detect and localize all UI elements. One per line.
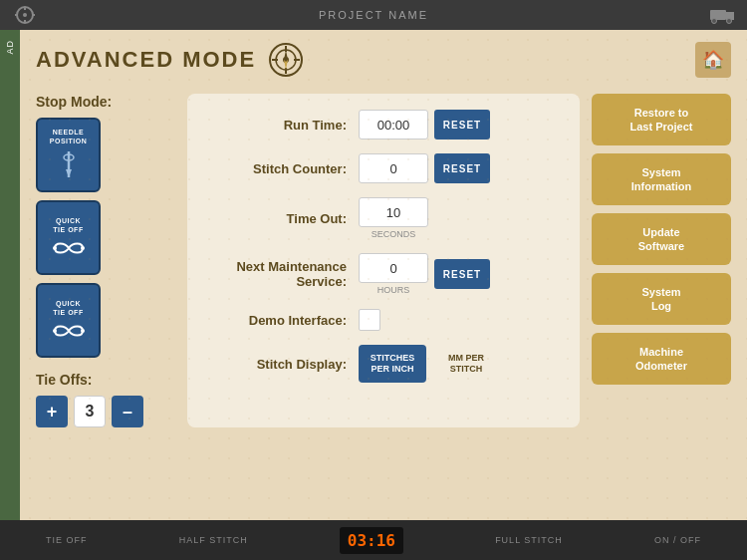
maintenance-reset-button[interactable]: RESET (434, 259, 490, 289)
time-out-label: Time Out: (207, 211, 347, 226)
quick-tie-off-1-label: QUICKTIE OFF (53, 217, 83, 234)
stitch-display-label: Stitch Display: (207, 357, 347, 372)
stitches-per-inch-option[interactable]: STITCHESPER INCH (359, 345, 426, 383)
mm-per-stitch-option[interactable]: MM PERSTITCH (432, 345, 500, 383)
bottom-tie-off[interactable]: TIE OFF (46, 535, 88, 545)
content-row: Stop Mode: NEEDLEPOSITION QUICKTIE OFF (36, 94, 731, 427)
stop-mode-label: Stop Mode: (36, 94, 175, 110)
top-bar: PROJECT NAME (0, 0, 747, 30)
time-out-wrap: SECONDS (359, 197, 428, 239)
needle-position-button[interactable]: NEEDLEPOSITION (36, 118, 101, 192)
maintenance-wrap: HOURS (359, 253, 428, 295)
left-column: Stop Mode: NEEDLEPOSITION QUICKTIE OFF (36, 94, 175, 427)
center-column: Run Time: RESET Stitch Counter: RESET Ti… (187, 94, 580, 427)
tie-offs-count: 3 (74, 396, 106, 427)
maintenance-input[interactable] (359, 253, 428, 283)
time-out-sublabel: SECONDS (372, 229, 416, 239)
stitch-counter-row: Stitch Counter: RESET (207, 153, 560, 183)
knot-icon-1 (51, 238, 87, 258)
svg-point-1 (23, 13, 27, 17)
bottom-half-stitch[interactable]: HALF STITCH (179, 535, 248, 545)
knot-icon-2 (51, 321, 87, 341)
system-information-button[interactable]: System Information (592, 153, 731, 205)
bottom-on-off[interactable]: ON / OFF (654, 535, 701, 545)
run-time-row: Run Time: RESET (207, 110, 560, 140)
system-log-button[interactable]: System Log (592, 273, 731, 325)
svg-marker-16 (66, 169, 72, 177)
stitch-counter-reset-button[interactable]: RESET (434, 153, 490, 183)
svg-point-21 (81, 329, 85, 333)
quick-tie-off-2-label: QUICKTIE OFF (53, 300, 83, 317)
svg-point-20 (53, 329, 57, 333)
bottom-full-stitch[interactable]: FULL STITCH (495, 535, 563, 545)
demo-interface-label: Demo Interface: (207, 313, 347, 328)
right-column: Restore to Last Project System Informati… (592, 94, 731, 427)
left-strip: AD (0, 30, 20, 520)
stitch-display-row: Stitch Display: STITCHESPER INCH MM PERS… (207, 345, 560, 383)
svg-point-5 (727, 19, 732, 24)
bottom-bar: TIE OFF HALF STITCH 03:16 FULL STITCH ON… (0, 520, 747, 560)
needle-position-label: NEEDLEPOSITION (50, 129, 87, 145)
svg-point-19 (81, 246, 85, 250)
machine-odometer-button[interactable]: Machine Odometer (592, 333, 731, 385)
svg-point-18 (53, 246, 57, 250)
svg-point-4 (712, 19, 717, 24)
truck-icon[interactable] (707, 3, 737, 28)
main-content: AD ADVANCED MODE 🏠 Stop Mode: (0, 30, 747, 520)
main-panel: ADVANCED MODE 🏠 Stop Mode: NEED (20, 30, 747, 520)
panel-header: ADVANCED MODE 🏠 (36, 42, 731, 78)
demo-interface-checkbox[interactable] (359, 309, 380, 331)
run-time-reset-button[interactable]: RESET (434, 110, 490, 140)
stitch-counter-label: Stitch Counter: (207, 161, 347, 176)
maintenance-row: Next Maintenance Service: HOURS RESET (207, 253, 560, 295)
tie-offs-controls: + 3 – (36, 396, 175, 427)
quick-tie-off-button-1[interactable]: QUICKTIE OFF (36, 200, 101, 275)
clock-display: 03:16 (340, 527, 403, 554)
decrement-button[interactable]: – (112, 396, 143, 427)
increment-button[interactable]: + (36, 396, 68, 427)
restore-last-project-button[interactable]: Restore to Last Project (592, 94, 731, 145)
needle-icon (55, 149, 83, 181)
maintenance-sublabel: HOURS (377, 285, 410, 295)
stitch-counter-input[interactable] (359, 153, 428, 183)
demo-interface-row: Demo Interface: (207, 309, 560, 331)
update-software-button[interactable]: Update Software (592, 213, 731, 265)
run-time-label: Run Time: (207, 118, 347, 133)
compass-icon (268, 42, 304, 78)
left-strip-text: AD (5, 40, 15, 55)
project-name: PROJECT NAME (319, 9, 428, 21)
menu-icon[interactable] (10, 3, 40, 28)
run-time-input[interactable] (359, 110, 428, 140)
home-button[interactable]: 🏠 (695, 42, 731, 78)
page-title: ADVANCED MODE (36, 47, 256, 73)
quick-tie-off-button-2[interactable]: QUICKTIE OFF (36, 283, 101, 358)
tie-offs-section: Tie Offs: + 3 – (36, 372, 175, 427)
time-out-input[interactable] (359, 197, 428, 227)
maintenance-label: Next Maintenance Service: (207, 259, 347, 289)
time-out-row: Time Out: SECONDS (207, 197, 560, 239)
tie-offs-label: Tie Offs: (36, 372, 175, 388)
